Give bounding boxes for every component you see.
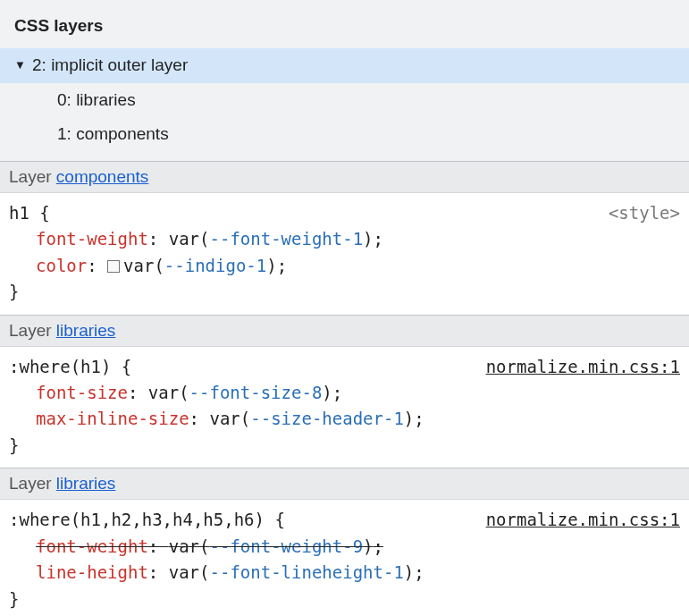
tree-row-child[interactable]: 0: libraries — [0, 83, 689, 118]
property-name: line-height — [36, 562, 148, 582]
declaration[interactable]: line-height: var(--font-lineheight-1); — [9, 560, 680, 586]
color-swatch-icon[interactable] — [107, 260, 120, 273]
layer-header: Layer libraries — [0, 315, 689, 347]
property-name: font-weight — [36, 536, 148, 556]
property-value: var(--font-weight-1) — [169, 229, 374, 249]
css-variable[interactable]: --font-weight-9 — [210, 536, 364, 556]
layer-header: Layer components — [0, 161, 689, 193]
panel-title: CSS layers — [0, 0, 689, 48]
rule-block: :where(h1,h2,h3,h4,h5,h6) {normalize.min… — [0, 500, 689, 616]
property-value: var(--font-lineheight-1) — [169, 562, 415, 582]
declaration[interactable]: font-size: var(--font-size-8); — [9, 380, 680, 406]
rule-selector[interactable]: :where(h1,h2,h3,h4,h5,h6) { — [9, 507, 285, 533]
property-value: var(--font-size-8) — [148, 383, 332, 402]
declaration[interactable]: font-weight: var(--font-weight-9); — [9, 534, 680, 560]
property-name: font-weight — [36, 229, 148, 249]
rule-head: :where(h1,h2,h3,h4,h5,h6) {normalize.min… — [9, 507, 680, 533]
layer-header-prefix: Layer — [9, 167, 56, 186]
rule-selector[interactable]: h1 { — [9, 200, 50, 226]
css-variable[interactable]: --font-size-8 — [189, 383, 323, 402]
rule-close-brace: } — [9, 586, 680, 612]
css-variable[interactable]: --size-header-1 — [250, 409, 404, 428]
rule-head: :where(h1) {normalize.min.css:1 — [9, 354, 680, 380]
property-value: var(--size-header-1) — [209, 409, 414, 428]
layers-tree: ▼ 2: implicit outer layer 0: libraries 1… — [0, 48, 689, 161]
declaration[interactable]: max-inline-size: var(--size-header-1); — [9, 406, 680, 432]
source-link[interactable]: normalize.min.css:1 — [486, 354, 680, 380]
source-link[interactable]: normalize.min.css:1 — [486, 507, 680, 533]
property-name: font-size — [36, 383, 128, 402]
layer-link[interactable]: components — [56, 167, 149, 186]
tree-row-label: 0: libraries — [57, 89, 136, 113]
layer-header: Layer libraries — [0, 468, 689, 500]
tree-row-root[interactable]: ▼ 2: implicit outer layer — [0, 48, 689, 83]
css-variable[interactable]: --font-lineheight-1 — [210, 562, 404, 582]
declaration[interactable]: color: var(--indigo-1); — [9, 253, 680, 279]
declaration[interactable]: font-weight: var(--font-weight-1); — [9, 226, 680, 252]
property-name: color — [36, 256, 87, 275]
tree-row-child[interactable]: 1: components — [0, 117, 689, 152]
rule-selector[interactable]: :where(h1) { — [9, 354, 131, 380]
layer-header-prefix: Layer — [9, 474, 56, 493]
rule-block: :where(h1) {normalize.min.css:1font-size… — [0, 347, 689, 468]
rule-close-brace: } — [9, 433, 680, 459]
rule-close-brace: } — [9, 279, 680, 305]
tree-row-label: 1: components — [57, 122, 169, 147]
property-name: max-inline-size — [36, 409, 189, 428]
property-value: var(--font-weight-9) — [169, 536, 374, 556]
source-style-tag[interactable]: <style> — [609, 200, 680, 226]
property-value: var(--indigo-1) — [123, 256, 277, 275]
layer-link[interactable]: libraries — [56, 474, 116, 493]
chevron-down-icon[interactable]: ▼ — [14, 57, 27, 73]
rule-block: h1 {<style>font-weight: var(--font-weigh… — [0, 193, 689, 315]
css-layers-panel: CSS layers ▼ 2: implicit outer layer 0: … — [0, 0, 689, 616]
rule-head: h1 {<style> — [9, 200, 680, 226]
layer-header-prefix: Layer — [9, 321, 56, 340]
layer-link[interactable]: libraries — [56, 321, 116, 340]
css-variable[interactable]: --indigo-1 — [164, 256, 266, 275]
css-variable[interactable]: --font-weight-1 — [210, 229, 364, 249]
tree-row-label: 2: implicit outer layer — [32, 54, 188, 78]
